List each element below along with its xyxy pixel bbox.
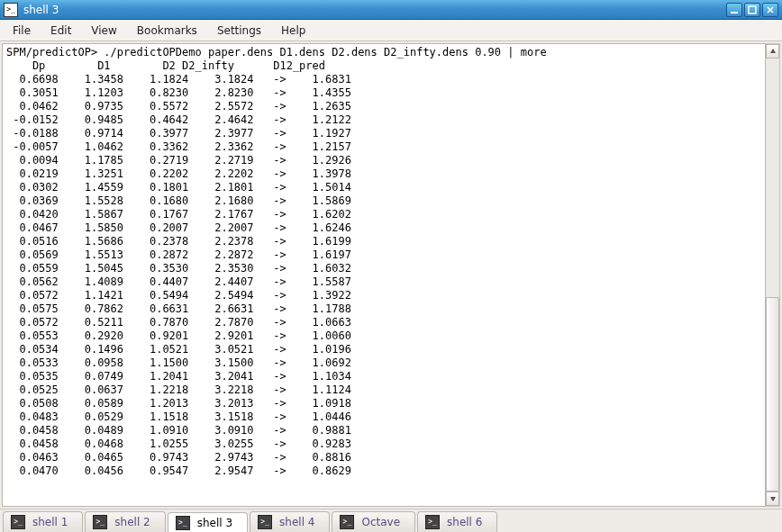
tab-shell-1[interactable]: shell 1	[3, 511, 83, 532]
svg-marker-3	[770, 497, 776, 501]
svg-rect-0	[731, 12, 738, 14]
svg-rect-1	[749, 6, 756, 14]
window-title: shell 3	[23, 4, 724, 16]
scrollbar-thumb[interactable]	[766, 297, 779, 491]
minimize-button[interactable]	[726, 3, 742, 17]
menu-view[interactable]: View	[82, 22, 125, 40]
tab-label: Octave	[361, 516, 400, 528]
svg-marker-2	[770, 49, 776, 53]
terminal-icon	[258, 515, 272, 529]
tab-label: shell 3	[197, 517, 232, 529]
tab-shell-3[interactable]: shell 3	[168, 512, 248, 532]
menubar: FileEditViewBookmarksSettingsHelp	[0, 20, 782, 41]
menu-bookmarks[interactable]: Bookmarks	[128, 22, 206, 40]
tab-shell-6[interactable]: shell 6	[417, 511, 497, 532]
vertical-scrollbar[interactable]	[766, 43, 780, 507]
terminal-icon	[425, 515, 440, 529]
tab-shell-4[interactable]: shell 4	[250, 511, 330, 532]
scrollbar-track[interactable]	[766, 59, 779, 491]
terminal-container: SPM/predictOP> ./predictOPDemo paper.den…	[0, 41, 782, 509]
tab-shell-2[interactable]: shell 2	[85, 511, 165, 532]
menu-settings[interactable]: Settings	[208, 22, 270, 40]
window-titlebar: shell 3	[0, 0, 782, 20]
terminal-icon	[11, 515, 25, 529]
scroll-up-button[interactable]	[766, 44, 779, 59]
menu-file[interactable]: File	[4, 22, 40, 40]
terminal-icon	[340, 515, 354, 529]
tab-bar: shell 1shell 2shell 3shell 4Octaveshell …	[0, 509, 782, 532]
terminal-icon	[93, 515, 107, 529]
tab-octave[interactable]: Octave	[332, 511, 415, 532]
tab-label: shell 6	[447, 516, 482, 528]
scroll-down-button[interactable]	[766, 491, 779, 506]
menu-edit[interactable]: Edit	[41, 22, 80, 40]
tab-label: shell 1	[32, 516, 68, 528]
close-button[interactable]	[762, 3, 778, 17]
maximize-button[interactable]	[744, 3, 760, 17]
tab-label: shell 2	[114, 516, 150, 528]
menu-help[interactable]: Help	[272, 22, 314, 40]
terminal-icon	[176, 516, 190, 530]
terminal-output[interactable]: SPM/predictOP> ./predictOPDemo paper.den…	[2, 43, 766, 507]
tab-label: shell 4	[279, 516, 314, 528]
terminal-app-icon	[4, 3, 18, 17]
